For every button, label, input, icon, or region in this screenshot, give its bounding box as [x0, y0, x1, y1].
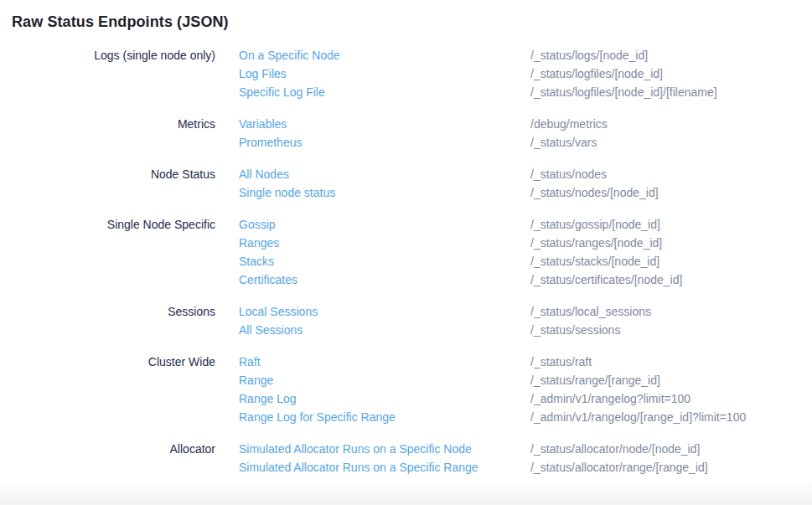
endpoint-row: Logs (single node only)On a Specific Nod… — [0, 46, 812, 64]
endpoint-row: Specific Log File/_status/logfiles/[node… — [0, 83, 812, 101]
section-category: Logs (single node only) — [0, 46, 239, 64]
endpoint-path: /_status/logs/[node_id] — [530, 46, 812, 64]
endpoints-table: Logs (single node only)On a Specific Nod… — [0, 46, 812, 477]
endpoint-row: Prometheus/_status/vars — [0, 133, 812, 152]
endpoint-row: Log Files/_status/logfiles/[node_id] — [0, 64, 812, 83]
endpoint-path: /_status/stacks/[node_id] — [530, 252, 812, 271]
endpoint-link[interactable]: Ranges — [239, 234, 279, 252]
endpoint-path: /_admin/v1/rangelog/[range_id]?limit=100 — [530, 408, 812, 426]
endpoint-link[interactable]: All Sessions — [239, 321, 303, 339]
endpoint-row: Simulated Allocator Runs on a Specific R… — [0, 458, 812, 477]
endpoint-section: Cluster WideRaft/_status/raftRange/_stat… — [0, 353, 812, 426]
section-category — [0, 371, 239, 389]
endpoint-path: /_status/local_sessions — [530, 302, 812, 321]
endpoint-row: Range Log for Specific Range/_admin/v1/r… — [0, 408, 812, 426]
endpoint-path: /_status/raft — [530, 353, 812, 371]
endpoint-link[interactable]: Range Log — [239, 389, 297, 408]
section-category — [0, 458, 239, 477]
endpoint-link[interactable]: Single node status — [239, 183, 335, 202]
endpoint-row: Single Node SpecificGossip/_status/gossi… — [0, 215, 812, 234]
endpoint-link[interactable]: Certificates — [239, 271, 297, 289]
endpoint-row: Ranges/_status/ranges/[node_id] — [0, 234, 812, 252]
section-category: Allocator — [0, 440, 239, 458]
section-category: Single Node Specific — [0, 215, 239, 234]
endpoint-path: /_admin/v1/rangelog?limit=100 — [530, 389, 812, 408]
endpoint-path: /_status/logfiles/[node_id]/[filename] — [530, 83, 812, 101]
endpoint-path: /_status/nodes — [530, 165, 812, 183]
endpoint-row: Range Log/_admin/v1/rangelog?limit=100 — [0, 389, 812, 408]
page-title: Raw Status Endpoints (JSON) — [0, 0, 812, 32]
endpoint-row: All Sessions/_status/sessions — [0, 321, 812, 339]
endpoint-section: SessionsLocal Sessions/_status/local_ses… — [0, 302, 812, 339]
endpoint-link[interactable]: Simulated Allocator Runs on a Specific R… — [239, 458, 478, 477]
endpoint-section: Logs (single node only)On a Specific Nod… — [0, 46, 812, 101]
endpoint-row: Single node status/_status/nodes/[node_i… — [0, 183, 812, 202]
endpoint-link[interactable]: All Nodes — [239, 165, 289, 183]
endpoint-path: /_status/vars — [530, 133, 812, 152]
section-category — [0, 408, 239, 426]
endpoint-row: Cluster WideRaft/_status/raft — [0, 353, 812, 371]
endpoint-link[interactable]: Raft — [239, 353, 261, 371]
section-category: Cluster Wide — [0, 353, 239, 371]
section-category — [0, 83, 239, 101]
endpoint-link[interactable]: Stacks — [239, 252, 274, 271]
endpoint-link[interactable]: Range — [239, 371, 273, 389]
endpoint-path: /_status/allocator/range/[range_id] — [530, 458, 812, 477]
endpoint-link[interactable]: Variables — [239, 115, 287, 133]
section-category — [0, 183, 239, 202]
endpoint-row: AllocatorSimulated Allocator Runs on a S… — [0, 440, 812, 458]
endpoint-link[interactable]: Specific Log File — [239, 83, 325, 101]
endpoint-link[interactable]: Gossip — [239, 215, 276, 234]
endpoint-link[interactable]: Range Log for Specific Range — [239, 408, 396, 426]
endpoint-path: /_status/sessions — [530, 321, 812, 339]
section-category — [0, 252, 239, 271]
endpoint-link[interactable]: Simulated Allocator Runs on a Specific N… — [239, 440, 472, 458]
endpoint-link[interactable]: On a Specific Node — [239, 46, 340, 64]
endpoint-row: Stacks/_status/stacks/[node_id] — [0, 252, 812, 271]
endpoint-section: MetricsVariables/debug/metricsPrometheus… — [0, 115, 812, 152]
endpoint-section: Node StatusAll Nodes/_status/nodesSingle… — [0, 165, 812, 202]
endpoint-path: /debug/metrics — [530, 115, 812, 133]
endpoint-row: SessionsLocal Sessions/_status/local_ses… — [0, 302, 812, 321]
endpoint-row: Certificates/_status/certificates/[node_… — [0, 271, 812, 289]
endpoint-path: /_status/ranges/[node_id] — [530, 234, 812, 252]
endpoint-link[interactable]: Log Files — [239, 64, 287, 83]
endpoint-link[interactable]: Prometheus — [239, 133, 302, 152]
section-category — [0, 133, 239, 152]
section-category — [0, 64, 239, 83]
footer-fade — [0, 480, 812, 505]
endpoint-path: /_status/allocator/node/[node_id] — [530, 440, 812, 458]
endpoint-row: MetricsVariables/debug/metrics — [0, 115, 812, 133]
endpoint-section: AllocatorSimulated Allocator Runs on a S… — [0, 440, 812, 477]
section-category: Sessions — [0, 302, 239, 321]
section-category — [0, 389, 239, 408]
endpoint-link[interactable]: Local Sessions — [239, 302, 318, 321]
section-category — [0, 321, 239, 339]
endpoint-path: /_status/gossip/[node_id] — [530, 215, 812, 234]
section-category: Metrics — [0, 115, 239, 133]
section-category: Node Status — [0, 165, 239, 183]
endpoint-path: /_status/logfiles/[node_id] — [530, 64, 812, 83]
endpoint-section: Single Node SpecificGossip/_status/gossi… — [0, 215, 812, 289]
endpoint-path: /_status/certificates/[node_id] — [530, 271, 812, 289]
endpoint-path: /_status/nodes/[node_id] — [530, 183, 812, 202]
section-category — [0, 271, 239, 289]
section-category — [0, 234, 239, 252]
endpoint-path: /_status/range/[range_id] — [530, 371, 812, 389]
endpoint-row: Range/_status/range/[range_id] — [0, 371, 812, 389]
endpoint-row: Node StatusAll Nodes/_status/nodes — [0, 165, 812, 183]
